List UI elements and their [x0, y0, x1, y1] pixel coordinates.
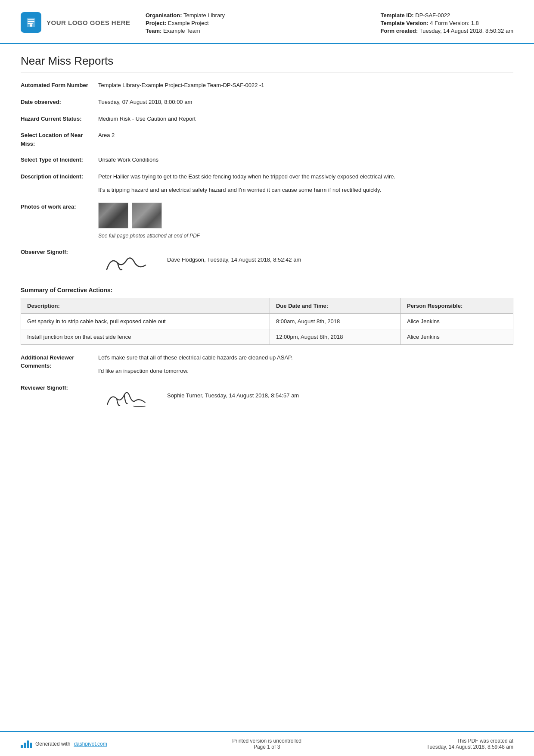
form-field-date: Date observed: Tuesday, 07 August 2018, … — [21, 98, 513, 107]
template-id-line: Template ID: DP-SAF-0022 — [381, 12, 513, 19]
corrective-table-body: Get sparky in to strip cable back, pull … — [21, 313, 513, 344]
template-version-value: 4 — [430, 20, 433, 26]
incident-type-label: Select Type of Incident: — [21, 156, 98, 164]
description-value: Peter Hallier was trying to get to the E… — [98, 172, 513, 195]
row1-person: Alice Jenkins — [400, 313, 513, 329]
summary-title: Summary of Corrective Actions: — [21, 287, 513, 294]
location-label: Select Location of Near Miss: — [21, 131, 98, 148]
corrective-table: Description: Due Date and Time: Person R… — [21, 298, 513, 345]
bar-1 — [21, 745, 23, 748]
col-header-person: Person Responsible: — [400, 298, 513, 313]
date-value: Tuesday, 07 August 2018, 8:00:00 am — [98, 98, 513, 107]
footer-center-line2: Page 1 of 3 — [232, 744, 301, 750]
form-created-label: Form created: — [381, 28, 418, 34]
row2-person: Alice Jenkins — [400, 329, 513, 344]
form-field-additional: Additional Reviewer Comments: Let's make… — [21, 353, 513, 376]
logo-icon — [21, 12, 41, 33]
reviewer-signoff-row: Reviewer Signoff: Sophie Turner, Tuesday… — [21, 384, 513, 414]
report-title: Near Miss Reports — [21, 54, 513, 72]
org-label: Organisation: — [146, 12, 182, 19]
additional-para1: Let's make sure that all of these electr… — [98, 353, 513, 362]
logo-area: YOUR LOGO GOES HERE — [21, 12, 133, 33]
row1-due-date: 8:00am, August 8th, 2018 — [270, 313, 400, 329]
photos-value: See full page photos attached at end of … — [98, 203, 513, 240]
description-para2: It's a tripping hazard and an electrical… — [98, 186, 513, 195]
footer-right-line2: Tuesday, 14 August 2018, 8:59:48 am — [427, 744, 513, 750]
col-header-due-date: Due Date and Time: — [270, 298, 400, 313]
additional-para2: I'd like an inspection done tomorrow. — [98, 367, 513, 376]
site-link[interactable]: dashpivot.com — [74, 741, 107, 747]
date-label: Date observed: — [21, 98, 98, 106]
row1-description: Get sparky in to strip cable back, pull … — [21, 313, 270, 329]
row2-due-date: 12:00pm, August 8th, 2018 — [270, 329, 400, 344]
footer-center: Printed version is uncontrolled Page 1 o… — [232, 738, 301, 750]
bar-4 — [30, 743, 32, 748]
description-para1: Peter Hallier was trying to get to the E… — [98, 172, 513, 181]
project-line: Project: Example Project — [146, 20, 381, 26]
project-value: Example Project — [168, 20, 209, 26]
template-version-label: Template Version: — [381, 20, 428, 26]
footer-right: This PDF was created at Tuesday, 14 Augu… — [427, 738, 513, 750]
bar-3 — [27, 740, 29, 748]
reviewer-signature-content: Sophie Turner, Tuesday, 14 August 2018, … — [98, 384, 513, 414]
footer-right-line1: This PDF was created at — [427, 738, 513, 744]
table-row: Get sparky in to strip cable back, pull … — [21, 313, 513, 329]
form-field-hazard: Hazard Current Status: Medium Risk - Use… — [21, 115, 513, 124]
page-header: YOUR LOGO GOES HERE Organisation: Templa… — [0, 0, 534, 44]
summary-section: Summary of Corrective Actions: Descripti… — [21, 287, 513, 345]
footer-logo-bars — [21, 740, 32, 748]
photos-container — [98, 203, 513, 228]
main-content: Near Miss Reports Automated Form Number … — [0, 44, 534, 756]
observer-signoff-row: Observer Signoff: Dave Hodgson, Tuesday,… — [21, 248, 513, 278]
form-field-location: Select Location of Near Miss: Area 2 — [21, 131, 513, 148]
reviewer-signature-info: Sophie Turner, Tuesday, 14 August 2018, … — [167, 384, 299, 399]
corrective-table-header-row: Description: Due Date and Time: Person R… — [21, 298, 513, 313]
org-value: Template Library — [183, 12, 225, 19]
form-version-value: 1.8 — [471, 20, 479, 26]
additional-label: Additional Reviewer Comments: — [21, 353, 98, 370]
photo-thumb-2 — [132, 203, 162, 228]
page-wrapper: YOUR LOGO GOES HERE Organisation: Templa… — [0, 0, 534, 756]
observer-signature-info: Dave Hodgson, Tuesday, 14 August 2018, 8… — [167, 248, 301, 263]
form-created-line: Form created: Tuesday, 14 August 2018, 8… — [381, 28, 513, 34]
table-row: Install junction box on that east side f… — [21, 329, 513, 344]
form-number-label: Automated Form Number — [21, 81, 98, 90]
corrective-table-head: Description: Due Date and Time: Person R… — [21, 298, 513, 313]
generated-text: Generated with — [35, 741, 70, 747]
reviewer-label: Reviewer Signoff: — [21, 384, 98, 392]
location-value: Area 2 — [98, 131, 513, 140]
footer-left: Generated with dashpivot.com — [21, 740, 107, 748]
template-id-value: DP-SAF-0022 — [415, 12, 450, 19]
form-field-incident-type: Select Type of Incident: Unsafe Work Con… — [21, 156, 513, 165]
page-footer: Generated with dashpivot.com Printed ver… — [0, 731, 534, 756]
logo-text: YOUR LOGO GOES HERE — [47, 19, 130, 26]
form-field-description: Description of Incident: Peter Hallier w… — [21, 172, 513, 195]
project-label: Project: — [146, 20, 166, 26]
template-id-label: Template ID: — [381, 12, 414, 19]
org-line: Organisation: Template Library — [146, 12, 381, 19]
version-line: Template Version: 4 Form Version: 1.8 — [381, 20, 513, 26]
photos-label: Photos of work area: — [21, 203, 98, 211]
incident-type-value: Unsafe Work Conditions — [98, 156, 513, 165]
form-field-photos: Photos of work area: See full page photo… — [21, 203, 513, 240]
form-field-form-number: Automated Form Number Template Library-E… — [21, 81, 513, 90]
hazard-label: Hazard Current Status: — [21, 115, 98, 123]
hazard-value: Medium Risk - Use Caution and Report — [98, 115, 513, 124]
form-number-value: Template Library-Example Project-Example… — [98, 81, 513, 90]
header-right: Template ID: DP-SAF-0022 Template Versio… — [381, 12, 513, 35]
bar-2 — [24, 743, 26, 748]
photo-thumb-1 — [98, 203, 128, 228]
row2-description: Install junction box on that east side f… — [21, 329, 270, 344]
additional-value: Let's make sure that all of these electr… — [98, 353, 513, 376]
form-version-label: Form Version: — [435, 20, 469, 26]
footer-center-line1: Printed version is uncontrolled — [232, 738, 301, 744]
team-label: Team: — [146, 28, 161, 34]
header-middle: Organisation: Template Library Project: … — [133, 12, 381, 35]
svg-point-0 — [30, 24, 32, 27]
reviewer-signature-image — [98, 384, 154, 414]
team-value: Example Team — [163, 28, 200, 34]
col-header-description: Description: — [21, 298, 270, 313]
observer-label: Observer Signoff: — [21, 248, 98, 256]
observer-signature-content: Dave Hodgson, Tuesday, 14 August 2018, 8… — [98, 248, 513, 278]
observer-signature-image — [98, 248, 154, 278]
